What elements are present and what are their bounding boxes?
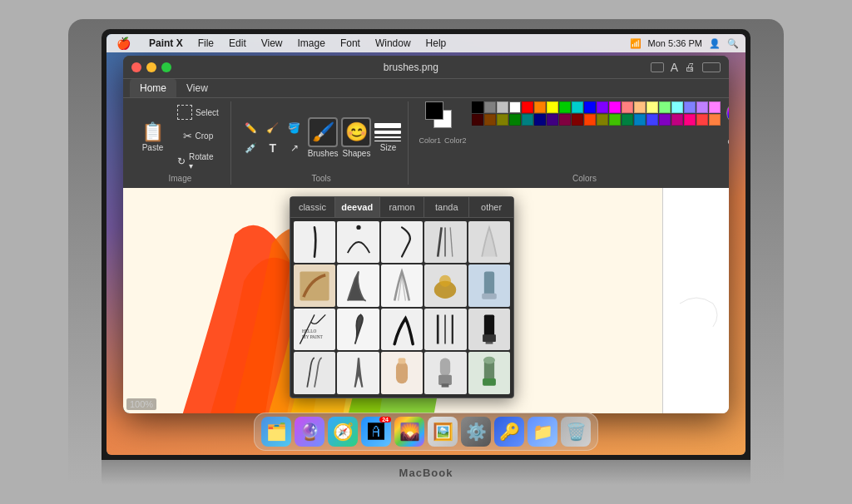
dock-image-editor[interactable]: 🖼️ (428, 417, 458, 447)
brush-item-18[interactable] (424, 352, 466, 393)
fill-tool[interactable]: 🪣 (285, 119, 305, 137)
window-icon-2[interactable] (702, 62, 721, 72)
swatch-8[interactable] (572, 101, 583, 113)
brush-angle-tool[interactable]: ↗ (285, 139, 305, 157)
swatch-25[interactable] (534, 114, 546, 126)
brush-item-12[interactable] (381, 309, 423, 350)
search-icon[interactable]: 🔍 (727, 38, 739, 49)
brush-item-4[interactable] (468, 221, 510, 263)
brush-item-19[interactable] (468, 352, 510, 393)
swatch-32[interactable] (622, 114, 633, 126)
menu-help[interactable]: Help (423, 37, 450, 49)
swatch-38[interactable] (696, 114, 708, 126)
menu-edit[interactable]: Edit (225, 37, 250, 49)
tab-home[interactable]: Home (130, 79, 176, 97)
swatch-37[interactable] (684, 114, 696, 126)
swatch-27[interactable] (559, 114, 571, 126)
swatch-12[interactable] (622, 101, 633, 113)
swatch-2[interactable] (497, 101, 508, 113)
swatch-19[interactable] (709, 101, 721, 113)
swatch-3[interactable] (509, 101, 521, 113)
swatch-30[interactable] (597, 114, 608, 126)
swatch-1[interactable] (484, 101, 496, 113)
swatch-5[interactable] (534, 101, 546, 113)
brush-item-14[interactable] (468, 309, 510, 350)
minimize-button[interactable] (146, 62, 156, 72)
dock-trash[interactable]: 🗑️ (561, 417, 591, 447)
swatch-39[interactable] (709, 114, 721, 126)
select-button[interactable]: Select (172, 101, 224, 123)
pencil-tool[interactable]: ✏️ (241, 119, 261, 137)
shapes-button[interactable]: 😊 Shapes (341, 117, 371, 158)
swatch-28[interactable] (572, 114, 583, 126)
swatch-22[interactable] (497, 114, 508, 126)
swatch-11[interactable] (609, 101, 621, 113)
text-tool[interactable]: T (263, 139, 283, 157)
brush-item-3[interactable] (424, 221, 466, 263)
dock-appstore[interactable]: 🅰 24 (361, 417, 391, 447)
brush-item-0[interactable] (294, 221, 335, 263)
menu-file[interactable]: File (195, 37, 217, 49)
dock-safari[interactable]: 🧭 (328, 417, 358, 447)
brushes-button[interactable]: 🖌️ Brushes (308, 117, 339, 158)
swatch-9[interactable] (584, 101, 596, 113)
swatch-29[interactable] (584, 114, 596, 126)
dock-system-prefs[interactable]: ⚙️ (461, 417, 491, 447)
swatch-14[interactable] (646, 101, 658, 113)
tab-view[interactable]: View (176, 79, 218, 97)
brush-item-13[interactable] (424, 309, 466, 350)
swatch-13[interactable] (634, 101, 646, 113)
menu-font[interactable]: Font (337, 37, 364, 49)
swatch-33[interactable] (634, 114, 646, 126)
swatch-4[interactable] (522, 101, 533, 113)
swatch-26[interactable] (547, 114, 558, 126)
swatch-18[interactable] (696, 101, 708, 113)
brush-item-11[interactable] (337, 309, 379, 350)
swatch-24[interactable] (522, 114, 533, 126)
brush-item-9[interactable] (468, 264, 510, 306)
swatch-7[interactable] (559, 101, 571, 113)
brush-item-17[interactable] (381, 352, 423, 393)
paste-button[interactable]: 📋 Paste (136, 120, 169, 156)
swatch-20[interactable] (472, 114, 483, 126)
edit-colors-button[interactable]: Edit colors (726, 128, 729, 146)
apple-menu[interactable]: 🍎 (113, 37, 134, 50)
canvas-area[interactable]: 100% classic deevad ramon tanda other (123, 188, 662, 413)
brush-item-16[interactable] (337, 352, 379, 393)
swatch-35[interactable] (659, 114, 671, 126)
dock-siri[interactable]: 🔮 (295, 417, 324, 447)
swatch-17[interactable] (684, 101, 696, 113)
brush-tab-other[interactable]: other (469, 197, 513, 217)
brush-tab-classic[interactable]: classic (290, 197, 335, 217)
dock-downloads[interactable]: 📁 (528, 417, 557, 447)
window-icon-1[interactable] (651, 62, 664, 72)
maximize-button[interactable] (161, 62, 171, 72)
swatch-10[interactable] (597, 101, 608, 113)
brush-item-15[interactable] (294, 352, 335, 393)
swatch-34[interactable] (646, 114, 658, 126)
swatch-0[interactable] (472, 101, 483, 113)
size-button[interactable]: Size (374, 123, 401, 152)
brush-item-7[interactable] (381, 264, 423, 306)
swatch-21[interactable] (484, 114, 496, 126)
brush-item-2[interactable] (381, 221, 423, 263)
brush-tab-deevad[interactable]: deevad (335, 197, 380, 217)
brush-tab-ramon[interactable]: ramon (380, 197, 425, 217)
swatch-16[interactable] (671, 101, 683, 113)
close-button[interactable] (131, 62, 141, 72)
brush-item-8[interactable] (424, 264, 466, 306)
swatch-23[interactable] (509, 114, 521, 126)
brush-tab-tanda[interactable]: tanda (424, 197, 469, 217)
dock-keychain[interactable]: 🔑 (494, 417, 524, 447)
menu-image[interactable]: Image (295, 37, 329, 49)
color-picker-wheel[interactable] (726, 101, 729, 125)
brush-item-6[interactable] (337, 264, 379, 306)
font-icon[interactable]: A (671, 61, 678, 74)
print-icon[interactable]: 🖨 (685, 61, 696, 73)
right-panel[interactable] (662, 188, 729, 413)
color1-swatch[interactable] (425, 101, 443, 120)
eyedropper-tool[interactable]: 💉 (241, 139, 261, 157)
brush-item-1[interactable] (337, 221, 379, 263)
brush-item-10[interactable]: HELLO MY PAINT (294, 309, 335, 350)
app-name-menu[interactable]: Paint X (146, 37, 186, 49)
